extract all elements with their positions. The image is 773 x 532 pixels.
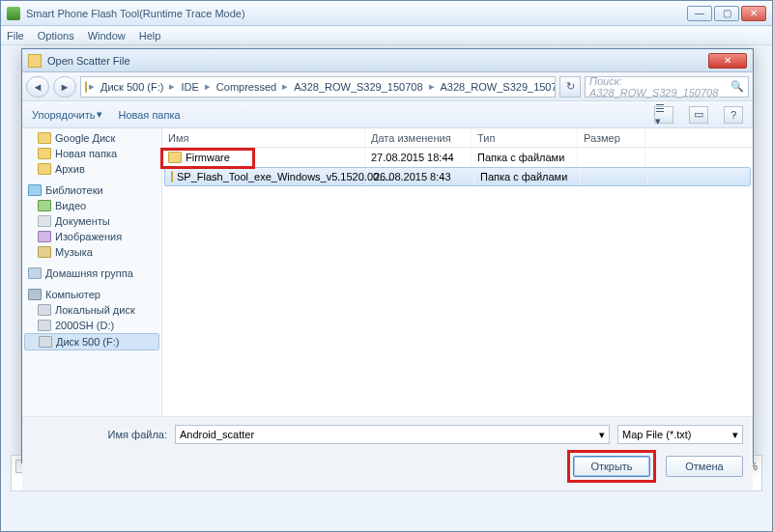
open-button[interactable]: Открыть bbox=[573, 456, 650, 477]
close-button[interactable]: ✕ bbox=[741, 6, 766, 21]
search-icon: 🔍 bbox=[730, 80, 744, 93]
sidebar-computer-header[interactable]: Компьютер bbox=[22, 287, 161, 302]
app-title-text: Smart Phone Flash Tool(Runtime Trace Mod… bbox=[26, 8, 687, 19]
sidebar-images[interactable]: Изображения bbox=[22, 229, 161, 244]
sidebar-google-drive[interactable]: Google Диск bbox=[22, 130, 161, 146]
cancel-button[interactable]: Отмена bbox=[666, 456, 743, 477]
file-list: Имя Дата изменения Тип Размер Firmware 2… bbox=[162, 128, 753, 416]
sidebar-libraries-header[interactable]: Библиотеки bbox=[22, 182, 161, 198]
dialog-titlebar[interactable]: Open Scatter File ✕ bbox=[22, 49, 753, 72]
chevron-down-icon: ▾ bbox=[599, 429, 605, 441]
dialog-title-text: Open Scatter File bbox=[47, 55, 708, 67]
dialog-close-button[interactable]: ✕ bbox=[708, 53, 747, 69]
sidebar-homegroup[interactable]: Домашняя группа bbox=[22, 266, 161, 281]
search-placeholder: Поиск: A328_ROW_S329_150708 bbox=[589, 75, 727, 98]
chevron-down-icon: ▾ bbox=[97, 108, 102, 121]
menu-options[interactable]: Options bbox=[38, 30, 74, 42]
crumb-4[interactable]: A328_ROW_S329_150708 bbox=[437, 81, 556, 93]
crumb-3[interactable]: A328_ROW_S329_150708 bbox=[290, 81, 426, 93]
col-size[interactable]: Размер bbox=[578, 128, 645, 147]
folder-icon bbox=[171, 171, 173, 182]
app-titlebar[interactable]: Smart Phone Flash Tool(Runtime Trace Mod… bbox=[1, 1, 772, 26]
dialog-toolbar: Упорядочить ▾ Новая папка ☰ ▾ ▭ ? bbox=[22, 101, 753, 128]
file-row-spflash[interactable]: SP_Flash_Tool_exe_Windows_v5.1520.00....… bbox=[164, 167, 751, 186]
app-icon bbox=[7, 7, 20, 20]
file-row-firmware[interactable]: Firmware 27.08.2015 18:44 Папка с файлам… bbox=[162, 148, 753, 167]
breadcrumb[interactable]: ▸ Диск 500 (F:)▸ IDE▸ Compressed▸ A328_R… bbox=[80, 76, 556, 98]
app-menubar: File Options Window Help bbox=[1, 26, 772, 45]
col-name[interactable]: Имя bbox=[162, 128, 365, 147]
file-type-filter[interactable]: Map File (*.txt) ▾ bbox=[617, 425, 743, 444]
menu-file[interactable]: File bbox=[7, 30, 24, 42]
menu-help[interactable]: Help bbox=[139, 30, 161, 42]
crumb-1[interactable]: IDE bbox=[177, 81, 202, 93]
col-type[interactable]: Тип bbox=[472, 128, 578, 147]
refresh-button[interactable]: ↻ bbox=[559, 76, 581, 98]
view-button[interactable]: ☰ ▾ bbox=[654, 106, 673, 124]
newfolder-button[interactable]: Новая папка bbox=[118, 109, 180, 121]
sidebar-drive-c[interactable]: Локальный диск bbox=[22, 302, 161, 318]
folder-icon bbox=[168, 152, 182, 163]
sidebar-drive-f[interactable]: Диск 500 (F:) bbox=[24, 333, 159, 350]
filename-label: Имя файла: bbox=[32, 429, 167, 440]
search-input[interactable]: Поиск: A328_ROW_S329_150708 🔍 bbox=[585, 76, 749, 98]
crumb-0[interactable]: Диск 500 (F:) bbox=[97, 81, 167, 93]
sidebar-archive[interactable]: Архив bbox=[22, 161, 161, 177]
help-button[interactable]: ? bbox=[724, 106, 743, 124]
sidebar-music[interactable]: Музыка bbox=[22, 244, 161, 260]
filename-input[interactable]: Android_scatter ▾ bbox=[175, 425, 610, 444]
sidebar-video[interactable]: Видео bbox=[22, 198, 161, 213]
preview-pane-button[interactable]: ▭ bbox=[689, 106, 708, 124]
dialog-navbar: ◄ ► ▸ Диск 500 (F:)▸ IDE▸ Compressed▸ A3… bbox=[22, 72, 753, 101]
dialog-icon bbox=[28, 54, 42, 68]
folder-icon bbox=[85, 81, 87, 93]
sidebar-new-folder[interactable]: Новая папка bbox=[22, 146, 161, 161]
sidebar-documents[interactable]: Документы bbox=[22, 213, 161, 229]
sidebar: Google Диск Новая папка Архив Библиотеки… bbox=[22, 128, 162, 416]
annotation-open-highlight: Открыть bbox=[567, 450, 656, 483]
menu-window[interactable]: Window bbox=[88, 30, 126, 42]
sidebar-drive-d[interactable]: 2000SH (D:) bbox=[22, 318, 161, 333]
dialog-footer: Имя файла: Android_scatter ▾ Map File (*… bbox=[22, 416, 753, 490]
nav-back-button[interactable]: ◄ bbox=[26, 76, 49, 98]
nav-forward-button[interactable]: ► bbox=[53, 76, 76, 98]
maximize-button[interactable]: ▢ bbox=[714, 6, 739, 21]
open-file-dialog: Open Scatter File ✕ ◄ ► ▸ Диск 500 (F:)▸… bbox=[21, 48, 754, 463]
minimize-button[interactable]: — bbox=[687, 6, 712, 21]
organize-button[interactable]: Упорядочить ▾ bbox=[32, 108, 102, 121]
col-date[interactable]: Дата изменения bbox=[365, 128, 472, 147]
chevron-down-icon: ▾ bbox=[732, 429, 738, 441]
crumb-2[interactable]: Compressed bbox=[213, 81, 280, 93]
file-list-header: Имя Дата изменения Тип Размер bbox=[162, 128, 753, 148]
